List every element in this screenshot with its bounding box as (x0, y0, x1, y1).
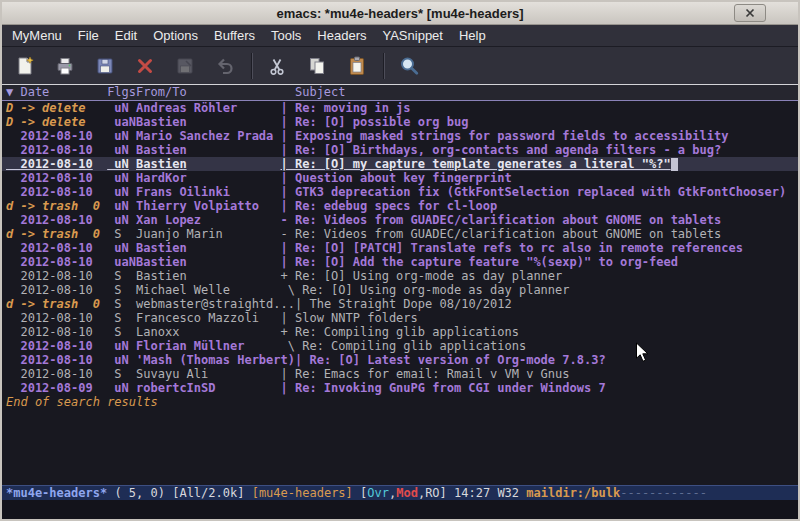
message-date: 2012-08-10 (6, 129, 107, 143)
message-date: 2012-08-10 (6, 143, 107, 157)
message-subject: | Re: [O] [PATCH] Translate refs to rc a… (281, 241, 743, 255)
message-flags: S (107, 325, 136, 339)
message-date: d -> trash 0 (6, 199, 107, 213)
toolbar-separator (251, 53, 253, 79)
message-list-area: D -> delete uN Andreas Röhler | Re: movi… (2, 101, 798, 485)
message-flags: uN (107, 339, 136, 353)
kill-buffer-button[interactable] (129, 51, 161, 81)
search-icon (398, 55, 420, 77)
end-of-results: End of search results (2, 395, 798, 409)
message-subject: | Re: edebug specs for cl-loop (281, 199, 498, 213)
message-row[interactable]: 2012-08-10 S Bastien + Re: [O] Using org… (2, 269, 798, 283)
message-row[interactable]: 2012-08-10 S Michael Welle \ Re: [O] Usi… (2, 283, 798, 297)
message-row[interactable]: 2012-08-10 uN Bastien | Re: [O] my captu… (2, 157, 798, 171)
save-button[interactable] (89, 51, 121, 81)
message-subject: + Re: [O] Using org-mode as day planner (281, 269, 563, 283)
message-row[interactable]: 2012-08-10 uN Florian Müllner \ Re: Comp… (2, 339, 798, 353)
menu-buffers[interactable]: Buffers (206, 25, 263, 46)
message-row[interactable]: 2012-08-09 uN robertcInSD | Re: Invoking… (2, 381, 798, 395)
message-date: 2012-08-10 (6, 353, 107, 367)
undo-button (209, 51, 241, 81)
message-from: Bastien (136, 241, 280, 255)
menu-mymenu[interactable]: MyMenu (4, 25, 70, 46)
minibuffer (2, 500, 798, 519)
message-from: Bastien (136, 269, 280, 283)
message-subject: | Re: [O] possible org bug (281, 115, 469, 129)
message-from: Michael Welle (136, 283, 280, 297)
message-date: D -> delete (6, 101, 107, 115)
message-flags: S (107, 311, 136, 325)
titlebar[interactable]: emacs: *mu4e-headers* [mu4e-headers] (2, 2, 798, 25)
modeline-segment-dashes: ------------ (620, 486, 707, 500)
copy-icon (306, 55, 328, 77)
new-file-button[interactable] (9, 51, 41, 81)
header-date-column: ▼ Date (6, 85, 107, 100)
message-subject: - Re: Videos from GUADEC/clarification a… (281, 227, 722, 241)
message-date: 2012-08-10 (6, 325, 107, 339)
menu-headers[interactable]: Headers (309, 25, 374, 46)
menu-file[interactable]: File (70, 25, 107, 46)
print-button[interactable] (49, 51, 81, 81)
message-flags: uN (107, 185, 136, 199)
undo-icon (214, 55, 236, 77)
modeline-segment-mod: Mod (396, 486, 418, 500)
message-row[interactable]: 2012-08-10 uN Frans Oilinki | GTK3 depre… (2, 185, 798, 199)
message-date: 2012-08-10 (6, 339, 107, 353)
message-flags: uN (107, 353, 136, 367)
message-row[interactable]: 2012-08-10 uN Xan Lopez - Re: Videos fro… (2, 213, 798, 227)
message-row[interactable]: d -> trash 0 uN Thierry Volpiatto | Re: … (2, 199, 798, 213)
message-row[interactable]: d -> trash 0 S Juanjo Marin - Re: Videos… (2, 227, 798, 241)
message-row[interactable]: 2012-08-10 uN Bastien | Re: [O] Birthday… (2, 143, 798, 157)
cut-button[interactable] (261, 51, 293, 81)
message-subject: \ Re: Compiling glib applications (281, 339, 527, 353)
message-date: 2012-08-10 (6, 269, 107, 283)
message-from: robertcInSD (136, 381, 280, 395)
message-subject: | Re: [O] Add the capture feature "%(sex… (281, 255, 678, 269)
message-row[interactable]: D -> delete uN Andreas Röhler | Re: movi… (2, 101, 798, 115)
header-line: ▼ Date Flgs From/To Subject (2, 85, 798, 101)
modeline-segment-plain: 14:27 W32 (454, 486, 526, 500)
message-flags: uN (107, 199, 136, 213)
message-row[interactable]: 2012-08-10 uaN Bastien | Re: [O] Add the… (2, 255, 798, 269)
message-row[interactable]: 2012-08-10 S Lanoxx + Re: Compiling glib… (2, 325, 798, 339)
message-date: D -> delete (6, 115, 107, 129)
menu-bar: MyMenuFileEditOptionsBuffersToolsHeaders… (2, 25, 798, 47)
menu-yasnippet[interactable]: YASnippet (374, 25, 450, 46)
toolbar-separator (383, 53, 385, 79)
message-flags: uN (107, 157, 136, 171)
save-as-button (169, 51, 201, 81)
message-subject: + Re: Compiling glib applications (281, 325, 519, 339)
menu-edit[interactable]: Edit (107, 25, 145, 46)
message-row[interactable]: 2012-08-10 uN 'Mash (Thomas Herbert) | R… (2, 353, 798, 367)
message-row[interactable]: 2012-08-10 uN Mario Sanchez Prada | Expo… (2, 129, 798, 143)
message-row[interactable]: 2012-08-10 S Francesco Mazzoli | Slow NN… (2, 311, 798, 325)
message-date: 2012-08-10 (6, 171, 107, 185)
message-date: d -> trash 0 (6, 227, 107, 241)
modeline-segment-plain: ] (440, 486, 454, 500)
paste-button[interactable] (341, 51, 373, 81)
menu-options[interactable]: Options (145, 25, 206, 46)
close-button[interactable] (734, 4, 766, 22)
message-flags: uN (107, 241, 136, 255)
message-flags: uN (107, 213, 136, 227)
message-row[interactable]: 2012-08-10 S Suvayu Ali | Re: Emacs for … (2, 367, 798, 381)
paste-icon (346, 55, 368, 77)
message-date: 2012-08-10 (6, 185, 107, 199)
message-flags: S (107, 227, 136, 241)
save-icon (94, 55, 116, 77)
message-row[interactable]: d -> trash 0 S webmaster@straightd... | … (2, 297, 798, 311)
message-from: Suvayu Ali (136, 367, 280, 381)
save-as-icon (174, 55, 196, 77)
modeline-segment-folder: maildir:/bulk (526, 486, 620, 500)
message-from: Lanoxx (136, 325, 280, 339)
message-row[interactable]: 2012-08-10 uN Bastien | Re: [O] [PATCH] … (2, 241, 798, 255)
menu-help[interactable]: Help (451, 25, 494, 46)
message-flags: uN (107, 143, 136, 157)
kill-buffer-icon (134, 55, 156, 77)
search-button[interactable] (393, 51, 425, 81)
menu-tools[interactable]: Tools (263, 25, 309, 46)
copy-button[interactable] (301, 51, 333, 81)
emacs-window: emacs: *mu4e-headers* [mu4e-headers] MyM… (0, 0, 800, 521)
message-row[interactable]: 2012-08-10 uN HardKor | Question about k… (2, 171, 798, 185)
message-row[interactable]: D -> delete uaN Bastien | Re: [O] possib… (2, 115, 798, 129)
